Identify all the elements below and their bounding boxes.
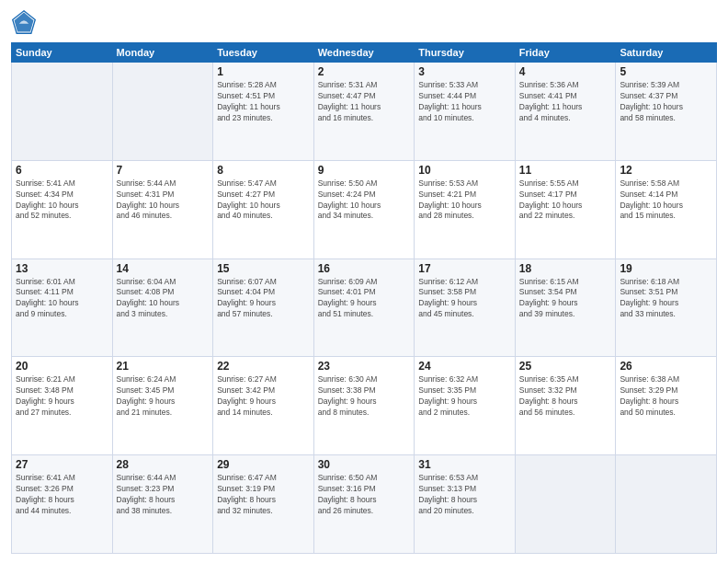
calendar-cell: 27Sunrise: 6:41 AM Sunset: 3:26 PM Dayli… bbox=[12, 455, 113, 554]
day-number: 18 bbox=[519, 262, 612, 275]
day-info: Sunrise: 6:50 AM Sunset: 3:16 PM Dayligh… bbox=[318, 473, 411, 517]
calendar-cell: 1Sunrise: 5:28 AM Sunset: 4:51 PM Daylig… bbox=[213, 63, 314, 161]
calendar-cell: 31Sunrise: 6:53 AM Sunset: 3:13 PM Dayli… bbox=[415, 455, 516, 554]
day-info: Sunrise: 5:39 AM Sunset: 4:37 PM Dayligh… bbox=[620, 80, 712, 124]
day-number: 31 bbox=[418, 458, 511, 471]
day-number: 21 bbox=[117, 360, 210, 373]
day-info: Sunrise: 6:21 AM Sunset: 3:48 PM Dayligh… bbox=[16, 374, 108, 419]
day-number: 7 bbox=[117, 164, 210, 177]
weekday-header: Saturday bbox=[616, 43, 717, 63]
day-info: Sunrise: 6:24 AM Sunset: 3:45 PM Dayligh… bbox=[117, 374, 210, 419]
day-info: Sunrise: 5:53 AM Sunset: 4:21 PM Dayligh… bbox=[418, 178, 511, 223]
calendar-week-row: 6Sunrise: 5:41 AM Sunset: 4:34 PM Daylig… bbox=[12, 160, 717, 259]
calendar-cell: 2Sunrise: 5:31 AM Sunset: 4:47 PM Daylig… bbox=[313, 63, 415, 161]
weekday-header: Wednesday bbox=[313, 43, 415, 63]
calendar-cell: 25Sunrise: 6:35 AM Sunset: 3:32 PM Dayli… bbox=[515, 357, 616, 455]
calendar-cell: 26Sunrise: 6:38 AM Sunset: 3:29 PM Dayli… bbox=[616, 357, 717, 455]
calendar-cell: 18Sunrise: 6:15 AM Sunset: 3:54 PM Dayli… bbox=[515, 259, 616, 357]
day-number: 29 bbox=[217, 458, 310, 471]
calendar-cell: 8Sunrise: 5:47 AM Sunset: 4:27 PM Daylig… bbox=[213, 160, 314, 259]
day-number: 16 bbox=[318, 262, 411, 275]
day-info: Sunrise: 6:04 AM Sunset: 4:08 PM Dayligh… bbox=[117, 277, 210, 321]
day-info: Sunrise: 5:55 AM Sunset: 4:17 PM Dayligh… bbox=[519, 178, 612, 223]
day-number: 22 bbox=[217, 360, 310, 373]
day-number: 19 bbox=[620, 262, 712, 275]
day-info: Sunrise: 5:36 AM Sunset: 4:41 PM Dayligh… bbox=[519, 80, 612, 124]
day-info: Sunrise: 6:44 AM Sunset: 3:23 PM Dayligh… bbox=[117, 473, 210, 517]
day-number: 30 bbox=[318, 458, 411, 471]
day-number: 27 bbox=[16, 458, 108, 471]
calendar-cell: 9Sunrise: 5:50 AM Sunset: 4:24 PM Daylig… bbox=[313, 160, 415, 259]
day-number: 23 bbox=[318, 360, 411, 373]
day-info: Sunrise: 5:33 AM Sunset: 4:44 PM Dayligh… bbox=[418, 80, 511, 124]
day-number: 3 bbox=[418, 65, 511, 78]
logo-icon bbox=[11, 9, 37, 35]
calendar-table: SundayMondayTuesdayWednesdayThursdayFrid… bbox=[11, 42, 717, 554]
day-info: Sunrise: 6:09 AM Sunset: 4:01 PM Dayligh… bbox=[318, 277, 411, 321]
day-number: 12 bbox=[620, 164, 712, 177]
calendar-cell: 28Sunrise: 6:44 AM Sunset: 3:23 PM Dayli… bbox=[112, 455, 213, 554]
header bbox=[11, 9, 717, 35]
day-number: 4 bbox=[519, 65, 612, 78]
calendar-cell: 11Sunrise: 5:55 AM Sunset: 4:17 PM Dayli… bbox=[515, 160, 616, 259]
weekday-header: Friday bbox=[515, 43, 616, 63]
day-info: Sunrise: 5:31 AM Sunset: 4:47 PM Dayligh… bbox=[318, 80, 411, 124]
day-info: Sunrise: 6:12 AM Sunset: 3:58 PM Dayligh… bbox=[418, 277, 511, 321]
calendar-cell: 19Sunrise: 6:18 AM Sunset: 3:51 PM Dayli… bbox=[616, 259, 717, 357]
calendar-cell bbox=[112, 63, 213, 161]
calendar-cell: 23Sunrise: 6:30 AM Sunset: 3:38 PM Dayli… bbox=[313, 357, 415, 455]
calendar-cell bbox=[515, 455, 616, 554]
calendar-cell: 12Sunrise: 5:58 AM Sunset: 4:14 PM Dayli… bbox=[616, 160, 717, 259]
calendar-cell: 29Sunrise: 6:47 AM Sunset: 3:19 PM Dayli… bbox=[213, 455, 314, 554]
day-info: Sunrise: 6:35 AM Sunset: 3:32 PM Dayligh… bbox=[519, 374, 612, 419]
day-number: 2 bbox=[318, 65, 411, 78]
day-number: 8 bbox=[217, 164, 310, 177]
day-number: 10 bbox=[418, 164, 511, 177]
day-info: Sunrise: 6:27 AM Sunset: 3:42 PM Dayligh… bbox=[217, 374, 310, 419]
day-info: Sunrise: 6:47 AM Sunset: 3:19 PM Dayligh… bbox=[217, 473, 310, 517]
calendar-cell: 30Sunrise: 6:50 AM Sunset: 3:16 PM Dayli… bbox=[313, 455, 415, 554]
day-info: Sunrise: 5:58 AM Sunset: 4:14 PM Dayligh… bbox=[620, 178, 712, 223]
day-number: 26 bbox=[620, 360, 712, 373]
calendar-week-row: 13Sunrise: 6:01 AM Sunset: 4:11 PM Dayli… bbox=[12, 259, 717, 357]
calendar-week-row: 1Sunrise: 5:28 AM Sunset: 4:51 PM Daylig… bbox=[12, 63, 717, 161]
weekday-header: Monday bbox=[112, 43, 213, 63]
day-info: Sunrise: 6:01 AM Sunset: 4:11 PM Dayligh… bbox=[16, 277, 108, 321]
day-info: Sunrise: 6:38 AM Sunset: 3:29 PM Dayligh… bbox=[620, 374, 712, 419]
calendar-cell: 21Sunrise: 6:24 AM Sunset: 3:45 PM Dayli… bbox=[112, 357, 213, 455]
day-info: Sunrise: 5:50 AM Sunset: 4:24 PM Dayligh… bbox=[318, 178, 411, 223]
day-info: Sunrise: 6:41 AM Sunset: 3:26 PM Dayligh… bbox=[16, 473, 108, 517]
day-number: 13 bbox=[16, 262, 108, 275]
day-number: 11 bbox=[519, 164, 612, 177]
logo bbox=[11, 9, 40, 35]
day-info: Sunrise: 5:47 AM Sunset: 4:27 PM Dayligh… bbox=[217, 178, 310, 223]
day-number: 1 bbox=[217, 65, 310, 78]
calendar-cell: 15Sunrise: 6:07 AM Sunset: 4:04 PM Dayli… bbox=[213, 259, 314, 357]
calendar-header-row: SundayMondayTuesdayWednesdayThursdayFrid… bbox=[12, 43, 717, 63]
calendar-cell: 22Sunrise: 6:27 AM Sunset: 3:42 PM Dayli… bbox=[213, 357, 314, 455]
weekday-header: Sunday bbox=[12, 43, 113, 63]
page: SundayMondayTuesdayWednesdayThursdayFrid… bbox=[0, 0, 728, 563]
weekday-header: Thursday bbox=[415, 43, 516, 63]
day-number: 20 bbox=[16, 360, 108, 373]
calendar-week-row: 27Sunrise: 6:41 AM Sunset: 3:26 PM Dayli… bbox=[12, 455, 717, 554]
day-number: 9 bbox=[318, 164, 411, 177]
calendar-cell: 6Sunrise: 5:41 AM Sunset: 4:34 PM Daylig… bbox=[12, 160, 113, 259]
day-info: Sunrise: 5:44 AM Sunset: 4:31 PM Dayligh… bbox=[117, 178, 210, 223]
calendar-cell: 17Sunrise: 6:12 AM Sunset: 3:58 PM Dayli… bbox=[415, 259, 516, 357]
calendar-week-row: 20Sunrise: 6:21 AM Sunset: 3:48 PM Dayli… bbox=[12, 357, 717, 455]
day-number: 17 bbox=[418, 262, 511, 275]
calendar-cell: 4Sunrise: 5:36 AM Sunset: 4:41 PM Daylig… bbox=[515, 63, 616, 161]
day-number: 6 bbox=[16, 164, 108, 177]
calendar-cell: 13Sunrise: 6:01 AM Sunset: 4:11 PM Dayli… bbox=[12, 259, 113, 357]
day-number: 24 bbox=[418, 360, 511, 373]
calendar-cell bbox=[616, 455, 717, 554]
day-number: 25 bbox=[519, 360, 612, 373]
calendar-cell: 14Sunrise: 6:04 AM Sunset: 4:08 PM Dayli… bbox=[112, 259, 213, 357]
calendar-cell: 10Sunrise: 5:53 AM Sunset: 4:21 PM Dayli… bbox=[415, 160, 516, 259]
calendar-cell bbox=[12, 63, 113, 161]
day-info: Sunrise: 5:41 AM Sunset: 4:34 PM Dayligh… bbox=[16, 178, 108, 223]
calendar-cell: 20Sunrise: 6:21 AM Sunset: 3:48 PM Dayli… bbox=[12, 357, 113, 455]
day-info: Sunrise: 5:28 AM Sunset: 4:51 PM Dayligh… bbox=[217, 80, 310, 124]
day-info: Sunrise: 6:53 AM Sunset: 3:13 PM Dayligh… bbox=[418, 473, 511, 517]
